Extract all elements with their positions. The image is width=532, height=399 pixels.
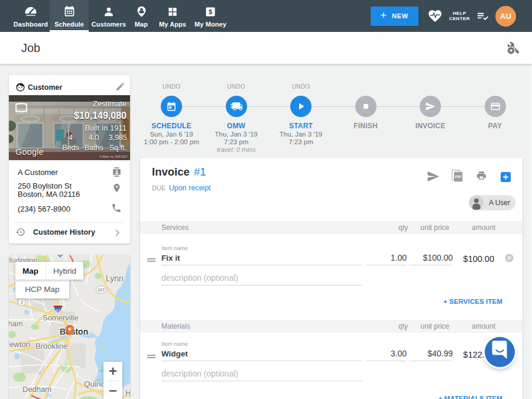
services-qty-col: qty: [398, 223, 408, 232]
services-qty-input[interactable]: [366, 253, 407, 265]
services-drag-handle[interactable]: [147, 258, 155, 263]
calendar-icon: [166, 101, 177, 112]
property-photo[interactable]: Zestimate $10,149,080 Built in 1911 4 Be…: [9, 95, 130, 160]
finish-step-label: FINISH: [330, 122, 401, 130]
invoice-number[interactable]: #1: [194, 166, 206, 178]
undo-schedule-link[interactable]: UNDO: [136, 83, 207, 90]
invoice-step-button[interactable]: [420, 96, 441, 117]
assignee-name: A User: [489, 199, 510, 207]
schedule-date-line1: Sun, Jan 6 '19: [136, 131, 207, 139]
sqft-label: Sq.ft.: [109, 144, 127, 152]
health-heart-icon[interactable]: [427, 8, 443, 24]
finish-step-button[interactable]: [355, 96, 377, 117]
delete-services-item-icon[interactable]: [504, 253, 514, 265]
nav-my-money-label: My Money: [194, 21, 226, 28]
timeline-step-start: UNDO START Thu, Jan 3 '19 7:23 pm: [265, 64, 336, 153]
timeline-step-invoice: INVOICE: [395, 64, 466, 153]
materials-drag-handle[interactable]: [147, 355, 155, 359]
customer-phone[interactable]: (234) 567-8900: [18, 205, 70, 213]
map-button[interactable]: Map: [15, 262, 46, 280]
timeline-step-schedule: UNDO SCHEDULE Sun, Jan 6 '19 1:00 pm - 2…: [136, 64, 207, 153]
omw-step-button[interactable]: [226, 96, 247, 117]
assignee-avatar-icon: [469, 196, 484, 210]
map-zoom-control: + −: [103, 362, 122, 399]
zoom-out-button[interactable]: −: [103, 381, 122, 399]
customer-history-label: Customer History: [33, 228, 95, 236]
panorama-icon: [15, 103, 28, 115]
nav-schedule[interactable]: Schedule: [50, 0, 89, 32]
materials-description-input[interactable]: [161, 369, 362, 381]
map-label-waltham: Waltham: [9, 319, 24, 328]
omw-step-date: Thu, Jan 3 '19 7:23 pm: [201, 131, 272, 147]
customer-history-row[interactable]: Customer History: [9, 223, 130, 244]
materials-item-name-input[interactable]: [161, 349, 362, 361]
map-label-newton: Newton: [9, 340, 30, 349]
help-center-line2: CENTER: [449, 16, 470, 21]
zoom-in-button[interactable]: +: [103, 362, 122, 381]
primary-nav: Dashboard Schedule Customers Map: [0, 0, 229, 32]
svg-text:$: $: [209, 8, 212, 15]
nav-right-cluster: + NEW HELP CENTER AU: [371, 0, 532, 32]
job-settings-icon[interactable]: [506, 41, 520, 55]
map-marker-pin[interactable]: [65, 325, 74, 336]
nav-customers[interactable]: Customers: [89, 0, 129, 32]
my-apps-icon: [167, 5, 179, 18]
nav-my-apps[interactable]: My Apps: [154, 0, 192, 32]
new-button-label: NEW: [392, 12, 408, 20]
hcp-map-button[interactable]: HCP Map: [15, 280, 69, 299]
materials-amount-col: amount: [472, 322, 495, 330]
services-description-input[interactable]: [161, 273, 362, 286]
dashboard-icon: [24, 5, 38, 18]
customer-name[interactable]: A Customer: [18, 168, 58, 177]
due-value-link[interactable]: Upon receipt: [169, 184, 211, 192]
materials-qty-col: qty: [398, 322, 408, 330]
edit-customer-icon[interactable]: [115, 82, 125, 94]
print-icon[interactable]: [476, 170, 487, 183]
add-invoice-icon[interactable]: [501, 172, 511, 182]
send-invoice-icon[interactable]: [427, 171, 440, 184]
new-button[interactable]: + NEW: [371, 7, 419, 26]
address-line1: 250 Boylston St: [18, 182, 80, 190]
page-content: Customer: [0, 64, 532, 399]
location-pin-icon: [112, 181, 122, 197]
start-step-label: START: [265, 122, 336, 130]
map-label-dedham: Dedham: [22, 385, 51, 394]
omw-date-line1: Thu, Jan 3 '19: [201, 131, 272, 139]
send-icon: [425, 101, 436, 112]
beds-value: 4: [62, 134, 79, 142]
nav-my-money[interactable]: $ My Money: [192, 0, 229, 32]
invoice-title: Invoice #1: [152, 166, 206, 179]
materials-header: Materials: [161, 322, 190, 330]
scrollbar-track[interactable]: [530, 64, 532, 399]
nav-customers-label: Customers: [92, 21, 126, 28]
customer-address[interactable]: 250 Boylston St Boston, MA 02116: [18, 182, 80, 198]
job-header-bar: Job: [0, 32, 532, 64]
start-step-button[interactable]: [290, 96, 312, 117]
user-avatar[interactable]: AU: [495, 6, 516, 27]
services-price-input[interactable]: [409, 253, 453, 265]
nav-schedule-label: Schedule: [54, 21, 84, 28]
pay-step-button[interactable]: [485, 96, 506, 117]
undo-omw-link[interactable]: UNDO: [201, 83, 272, 90]
services-item-name-input[interactable]: [161, 254, 362, 265]
nav-map-label: Map: [135, 21, 148, 28]
map-icon: [135, 5, 148, 18]
materials-header-row: Materials qty unit price amount: [140, 320, 523, 333]
assignee-chip[interactable]: A User: [469, 195, 515, 210]
materials-qty-input[interactable]: [366, 349, 407, 361]
materials-price-input[interactable]: [409, 349, 453, 361]
pdf-icon[interactable]: PDF: [452, 170, 463, 184]
help-center-link[interactable]: HELP CENTER: [449, 11, 470, 21]
nav-dashboard[interactable]: Dashboard: [12, 0, 50, 32]
chat-fab-button[interactable]: [485, 337, 515, 367]
add-services-item-link[interactable]: + SERVICES ITEM: [443, 298, 502, 305]
hybrid-button[interactable]: Hybrid: [46, 262, 83, 280]
schedule-step-button[interactable]: [161, 96, 182, 117]
map-label-brookline: Brookline: [35, 342, 67, 351]
nav-map[interactable]: Map: [129, 0, 154, 32]
play-icon: [295, 100, 307, 112]
svg-text:2: 2: [21, 300, 23, 304]
tasks-checklist-icon[interactable]: [476, 9, 489, 23]
undo-start-link[interactable]: UNDO: [265, 83, 336, 90]
add-materials-item-link[interactable]: + MATERIALS ITEM: [439, 395, 502, 399]
